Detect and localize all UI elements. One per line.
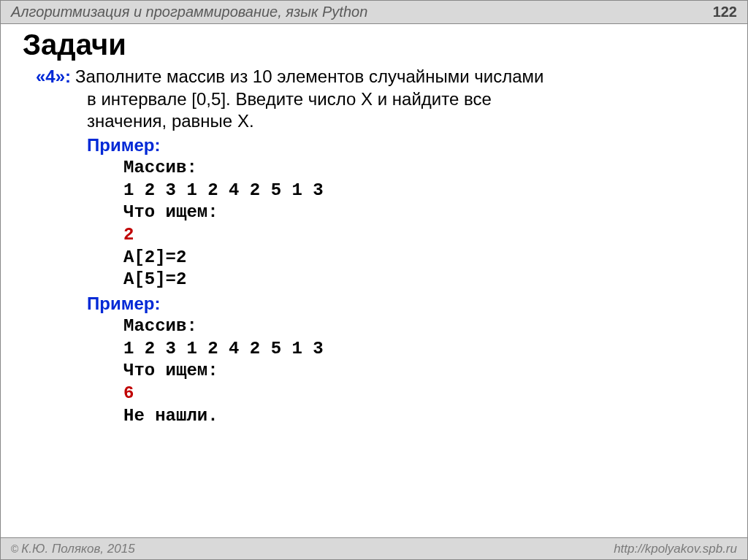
example1-search-value-text: 2 [123,225,134,245]
example1-result-2: A[5]=2 [123,269,725,291]
task-text-line3: значения, равные X. [87,110,725,133]
example1-search-label: Что ищем: [123,202,725,224]
copyright-icon: © [11,543,18,555]
slide-header: Алгоритмизация и программирование, язык … [1,1,747,24]
slide-title: Задачи [1,24,747,61]
example1-array-values: 1 2 3 1 2 4 2 5 1 3 [123,180,725,202]
slide: Алгоритмизация и программирование, язык … [0,0,748,560]
slide-footer: © К.Ю. Поляков, 2015 http://kpolyakov.sp… [1,537,747,559]
example2-search-label: Что ищем: [123,360,725,383]
task-text-line2: в интервале [0,5]. Введите число X и най… [87,88,725,111]
page-number: 122 [713,4,737,20]
example2-array-values: 1 2 3 1 2 4 2 5 1 3 [123,338,725,361]
task-first-line: «4»: Заполните массив из 10 элементов сл… [36,66,725,88]
task-text-line1: Заполните массив из 10 элементов случайн… [75,66,543,88]
header-title: Алгоритмизация и программирование, язык … [11,4,367,20]
example1-search-value: 2 [123,224,725,247]
example2-search-value: 6 [123,383,725,405]
slide-content: «4»: Заполните массив из 10 элементов сл… [1,61,747,537]
footer-copyright-text: К.Ю. Поляков, 2015 [21,542,134,556]
footer-copyright: © К.Ю. Поляков, 2015 [11,542,135,556]
example2-result: Не нашли. [123,405,725,428]
example-label-2: Пример: [87,293,725,315]
example1-result-1: A[2]=2 [123,247,725,269]
example1-array-label: Массив: [123,157,725,180]
example2-array-label: Массив: [123,315,725,338]
footer-url: http://kpolyakov.spb.ru [614,542,737,556]
example2-search-value-text: 6 [123,383,134,403]
example-label-1: Пример: [87,134,725,157]
grade-label: «4»: [36,66,71,88]
